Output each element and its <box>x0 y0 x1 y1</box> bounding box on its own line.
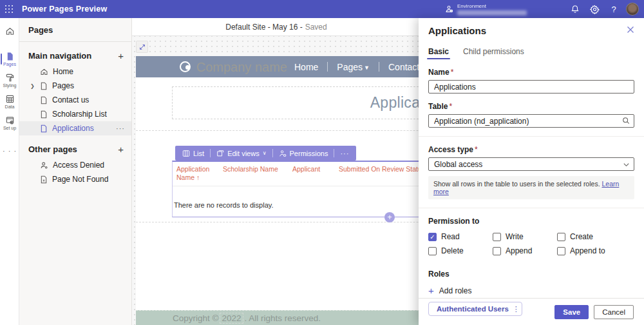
notifications-button[interactable] <box>565 0 585 18</box>
checkbox-icon <box>557 247 565 255</box>
rail-label-styling: Styling <box>3 83 16 88</box>
column-header[interactable]: Submitted On <box>339 165 382 183</box>
person-gear-icon <box>40 161 48 170</box>
add-page-icon[interactable]: + <box>118 52 124 60</box>
panel-title: Applications <box>428 25 486 36</box>
sidebar-item-scholarship-list[interactable]: Scholarship List <box>19 107 131 121</box>
checkbox-delete[interactable]: Delete <box>428 246 493 255</box>
sidebar-item-access-denied[interactable]: Access Denied <box>19 158 131 172</box>
edit-views-button[interactable]: Edit views ∨ <box>211 146 272 161</box>
tab-child-permissions[interactable]: Child permissions <box>463 47 524 59</box>
site-nav-home[interactable]: Home <box>285 62 327 72</box>
copyright-text: Copyright © <box>173 313 218 323</box>
permissions-flyout-panel: Applications Basic Child permissions Nam… <box>419 18 644 325</box>
environment-picker[interactable]: Environment <box>444 3 527 15</box>
access-type-dropdown[interactable]: Global access <box>428 157 634 171</box>
search-icon[interactable] <box>622 117 630 124</box>
toolbar-overflow-icon[interactable]: ··· <box>334 150 355 157</box>
page-icon <box>5 52 15 61</box>
chevron-down-icon: ▼ <box>364 64 370 71</box>
permission-checkbox-grid: ✓Read Write Create Delete Append Append … <box>428 232 634 255</box>
permission-to-label: Permission to <box>428 217 634 226</box>
chevron-right-icon[interactable]: ❯ <box>30 83 35 89</box>
rail-item-pages[interactable]: Pages <box>0 48 19 70</box>
access-type-label: Access type* <box>428 145 634 154</box>
rail-item-setup[interactable]: Set up <box>0 112 19 133</box>
pages-panel: Pages Main navigation + Home ❯ Pages Con… <box>19 18 132 325</box>
pages-panel-title: Pages <box>19 18 131 42</box>
data-table-icon <box>5 94 15 104</box>
sidebar-item-label: Home <box>53 67 73 76</box>
question-icon: ? <box>611 5 616 14</box>
rail-more-button[interactable]: · · · <box>0 144 19 158</box>
user-avatar[interactable] <box>626 3 639 15</box>
sidebar-item-contact-us[interactable]: Contact us <box>19 93 131 107</box>
cancel-button[interactable]: Cancel <box>594 305 634 319</box>
sidebar-item-label: Contact us <box>52 95 89 104</box>
rail-item-styling[interactable]: Styling <box>0 70 19 91</box>
page-icon <box>40 124 48 133</box>
settings-button[interactable] <box>585 0 604 18</box>
home-icon <box>5 26 15 36</box>
help-button[interactable]: ? <box>604 0 623 18</box>
app-launcher-icon[interactable] <box>0 0 18 18</box>
list-button[interactable]: List <box>176 146 210 161</box>
name-input[interactable] <box>428 80 634 94</box>
column-header[interactable]: Applicant <box>292 165 339 183</box>
chevron-down-icon <box>623 161 630 168</box>
section-divider <box>419 136 644 137</box>
add-roles-button[interactable]: + Add roles <box>428 286 634 295</box>
checkbox-create[interactable]: Create <box>557 232 634 241</box>
checkbox-write[interactable]: Write <box>493 232 557 241</box>
checkbox-read[interactable]: ✓Read <box>428 232 493 241</box>
permissions-button[interactable]: Permissions <box>273 146 334 161</box>
sidebar-item-home[interactable]: Home <box>19 64 131 79</box>
home-icon <box>40 68 48 76</box>
bell-icon <box>571 5 580 14</box>
close-panel-button[interactable] <box>627 26 634 34</box>
app-title: Power Pages Preview <box>22 5 107 14</box>
sidebar-item-applications[interactable]: Applications ··· <box>19 121 131 135</box>
column-header[interactable]: Scholarship Name <box>223 165 292 183</box>
page-icon <box>40 110 48 119</box>
site-nav-pages[interactable]: Pages▼ <box>328 62 379 72</box>
main-navigation-heading: Main navigation <box>28 51 91 61</box>
checkbox-append[interactable]: Append <box>493 246 557 255</box>
panel-footer: Save Cancel <box>419 298 644 325</box>
table-lookup-input[interactable] <box>428 114 634 128</box>
list-component-toolbar: List Edit views ∨ Permissions ··· <box>175 146 356 161</box>
sidebar-item-page-not-found[interactable]: Page Not Found <box>19 172 131 186</box>
more-options-icon[interactable]: ··· <box>116 124 125 132</box>
copyright-year[interactable]: 2022 <box>220 313 243 324</box>
sort-ascending-icon: ↑ <box>196 173 200 181</box>
checkbox-icon <box>493 247 501 255</box>
add-component-button[interactable]: + <box>384 212 395 222</box>
edit-views-icon <box>216 150 224 157</box>
list-columns-icon <box>182 150 190 157</box>
checkbox-icon <box>428 247 437 255</box>
column-header[interactable]: Application Name ↑ <box>176 165 223 183</box>
add-other-page-icon[interactable]: + <box>118 146 124 153</box>
expand-canvas-button[interactable] <box>136 41 148 53</box>
company-name-text: Company name <box>196 60 287 75</box>
tab-basic[interactable]: Basic <box>428 47 449 59</box>
saved-status: Saved <box>305 23 327 32</box>
checkbox-icon <box>557 233 565 241</box>
rail-label-data: Data <box>5 104 15 109</box>
copyright-suffix: . All rights reserved. <box>245 313 321 323</box>
sidebar-item-pages[interactable]: ❯ Pages <box>19 79 131 93</box>
sidebar-item-label: Applications <box>52 124 94 133</box>
rail-item-data[interactable]: Data <box>0 91 19 112</box>
plus-icon: + <box>428 288 434 294</box>
left-rail: Pages Styling Data Set up · · · <box>0 18 19 325</box>
required-asterisk: * <box>475 145 478 154</box>
other-pages-heading: Other pages <box>28 144 77 154</box>
page-icon <box>40 96 48 104</box>
access-type-help: Show all rows in the table to users in t… <box>428 176 634 199</box>
rail-label-setup: Set up <box>3 126 16 130</box>
sidebar-item-label: Pages <box>52 81 74 90</box>
environment-icon <box>444 5 453 14</box>
rail-home-button[interactable] <box>0 23 19 39</box>
checkbox-append-to[interactable]: Append to <box>557 246 634 255</box>
save-button[interactable]: Save <box>554 305 589 319</box>
